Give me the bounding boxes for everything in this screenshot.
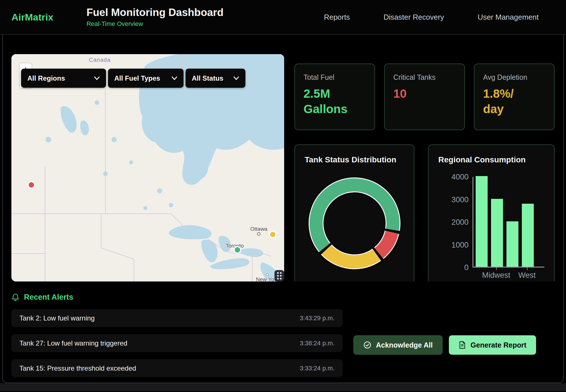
bell-icon: [11, 293, 19, 302]
bar-chart-card: Regional Consumption 01000200030004000 M…: [428, 144, 555, 281]
x-tick-label: West: [518, 271, 536, 280]
status-dropdown[interactable]: All Status: [186, 69, 245, 88]
stat-label: Avg Depletion: [483, 73, 545, 81]
page-title: Fuel Monitoring Dashboard: [86, 7, 223, 19]
map-label-ottawa-text: Ottawa: [250, 226, 267, 232]
alerts-body: Tank 2: Low fuel warning 3:43:29 p.m. Ta…: [11, 309, 555, 383]
alert-row: Tank 27: Low fuel warning triggered 3:38…: [11, 334, 343, 352]
alert-text: Tank 27: Low fuel warning triggered: [19, 339, 127, 347]
acknowledge-all-label: Acknowledge All: [376, 341, 433, 349]
alerts-header: Recent Alerts: [11, 293, 555, 302]
bottom-strip: [0, 383, 566, 391]
donut-segment-red: [379, 232, 392, 253]
bar: [506, 221, 518, 267]
regions-dropdown[interactable]: All Regions: [21, 69, 106, 88]
bar: [491, 199, 503, 267]
bar-chart-x-axis: MidwestWest: [473, 268, 544, 280]
bar-chart: 01000200030004000: [438, 177, 544, 268]
alert-time: 3:43:29 p.m.: [300, 315, 335, 322]
alert-text: Tank 15: Pressure threshold exceeded: [19, 364, 136, 372]
alert-row: Tank 2: Low fuel warning 3:43:29 p.m.: [11, 309, 343, 327]
donut-chart: [305, 177, 404, 269]
stat-value-avg-depletion: 1.8%/ day: [483, 86, 545, 117]
fuel-types-dropdown-value: All Fuel Types: [114, 74, 160, 82]
fuel-types-dropdown[interactable]: All Fuel Types: [108, 69, 184, 88]
alert-time: 3:38:24 p.m.: [300, 340, 335, 347]
right-panel: Total Fuel 2.5M Gallons Critical Tanks 1…: [294, 54, 555, 281]
alert-actions: Acknowledge All Generate Report: [353, 335, 536, 355]
title-block: Fuel Monitoring Dashboard Real-Time Over…: [86, 7, 223, 28]
bar: [476, 176, 488, 267]
nav-user-management[interactable]: User Management: [478, 13, 539, 22]
stat-value-critical-tanks: 10: [393, 86, 456, 101]
regions-dropdown-value: All Regions: [27, 74, 65, 82]
nav-reports[interactable]: Reports: [324, 13, 350, 22]
city-dot: [266, 273, 268, 276]
x-tick-mark: [496, 268, 497, 270]
alert-text: Tank 2: Low fuel warning: [19, 314, 95, 322]
map-resize-grip[interactable]: [274, 270, 284, 281]
acknowledge-all-button[interactable]: Acknowledge All: [353, 335, 443, 355]
y-tick-label: 1000: [451, 240, 469, 249]
bar-chart-y-axis: 01000200030004000: [445, 177, 473, 268]
check-circle-icon: [363, 341, 371, 349]
map-label-canada: Canada: [89, 57, 111, 63]
y-tick-label: 0: [464, 263, 469, 272]
app-header: AirMatrix Fuel Monitoring Dashboard Real…: [0, 0, 566, 35]
donut-segment-green: [316, 185, 393, 248]
document-icon: [459, 341, 466, 349]
stat-value-total-fuel: 2.5M Gallons: [304, 86, 366, 117]
bar-chart-bars: [473, 177, 544, 268]
chevron-down-icon: [233, 76, 239, 80]
alerts-title: Recent Alerts: [24, 293, 73, 302]
stat-card-total-fuel: Total Fuel 2.5M Gallons: [294, 64, 375, 130]
brand-logo: AirMatrix: [11, 12, 53, 23]
stat-label: Total Fuel: [304, 73, 366, 81]
fuel-map[interactable]: Canada Ottawa Toronto New York + −: [11, 54, 284, 281]
alert-list: Tank 2: Low fuel warning 3:43:29 p.m. Ta…: [11, 309, 343, 383]
map-marker-warning[interactable]: [269, 230, 276, 238]
recent-alerts-section: Recent Alerts Tank 2: Low fuel warning 3…: [3, 281, 563, 383]
bar: [522, 204, 534, 267]
generate-report-label: Generate Report: [471, 341, 526, 349]
stat-card-critical-tanks: Critical Tanks 10: [384, 64, 465, 130]
map-marker-normal[interactable]: [234, 246, 241, 254]
generate-report-button[interactable]: Generate Report: [449, 335, 536, 355]
main-nav: Reports Disaster Recovery User Managemen…: [324, 13, 555, 22]
donut-chart-title: Tank Status Distribution: [305, 155, 404, 164]
map-filter-row: All Regions All Fuel Types All Status: [21, 69, 245, 88]
town-icon: [257, 232, 260, 236]
chevron-down-icon: [94, 76, 100, 80]
charts-row: Tank Status Distribution Regional Consum…: [294, 144, 555, 281]
donut-chart-graphic: [309, 177, 400, 269]
chevron-down-icon: [172, 76, 177, 80]
y-tick-label: 4000: [451, 173, 469, 181]
map-marker-critical[interactable]: [27, 181, 35, 189]
x-tick-mark: [527, 268, 528, 270]
stat-card-avg-depletion: Avg Depletion 1.8%/ day: [474, 64, 555, 130]
bar-chart-title: Regional Consumption: [438, 155, 544, 164]
page-subtitle: Real-Time Overview: [86, 20, 223, 28]
dashboard-container: Canada Ottawa Toronto New York + −: [2, 35, 564, 383]
y-tick-label: 2000: [451, 218, 469, 227]
donut-chart-card: Tank Status Distribution: [294, 144, 414, 281]
content-row: Canada Ottawa Toronto New York + −: [3, 35, 563, 281]
x-tick-label: Midwest: [482, 271, 510, 280]
stats-row: Total Fuel 2.5M Gallons Critical Tanks 1…: [294, 64, 555, 130]
alert-row: Tank 15: Pressure threshold exceeded 3:3…: [11, 359, 343, 377]
nav-disaster-recovery[interactable]: Disaster Recovery: [384, 13, 444, 22]
alert-time: 3:33:24 p.m.: [300, 365, 335, 372]
stat-label: Critical Tanks: [393, 73, 456, 81]
y-tick-label: 3000: [451, 195, 469, 204]
map-label-ottawa: Ottawa: [250, 226, 267, 236]
status-dropdown-value: All Status: [192, 74, 223, 82]
